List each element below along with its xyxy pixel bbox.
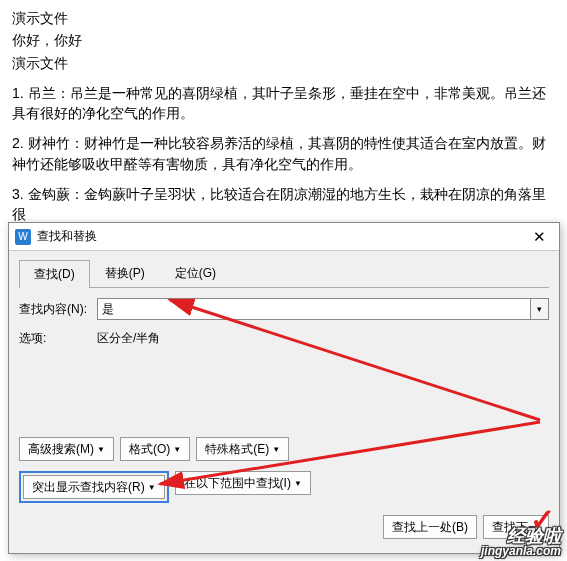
- chevron-down-icon: ▼: [148, 483, 156, 492]
- find-replace-dialog: W 查找和替换 ✕ 查找(D) 替换(P) 定位(G) 查找内容(N): ▾ 选…: [8, 222, 560, 554]
- button-label: 在以下范围中查找(I): [184, 475, 291, 492]
- watermark-text: 经验啦: [481, 527, 561, 545]
- paragraph: 3. 金钩蕨：金钩蕨叶子呈羽状，比较适合在阴凉潮湿的地方生长，栽种在阴凉的角落里…: [12, 184, 555, 225]
- search-dropdown-button[interactable]: ▾: [531, 298, 549, 320]
- line: 演示文件: [12, 53, 555, 73]
- search-in-button[interactable]: 在以下范围中查找(I) ▼: [175, 471, 311, 495]
- chevron-down-icon: ▾: [537, 304, 542, 314]
- tab-replace[interactable]: 替换(P): [90, 259, 160, 287]
- dialog-title: 查找和替换: [37, 228, 519, 245]
- app-icon: W: [15, 229, 31, 245]
- search-input[interactable]: [97, 298, 531, 320]
- search-label: 查找内容(N):: [19, 301, 97, 318]
- button-label: 突出显示查找内容(R): [32, 479, 145, 496]
- options-value: 区分全/半角: [97, 330, 160, 347]
- dialog-titlebar[interactable]: W 查找和替换 ✕: [9, 223, 559, 251]
- tab-find[interactable]: 查找(D): [19, 260, 90, 288]
- close-icon: ✕: [533, 228, 546, 246]
- button-label: 特殊格式(E): [205, 441, 269, 458]
- watermark-url: jingyanla.com: [481, 545, 561, 557]
- tab-goto[interactable]: 定位(G): [160, 259, 231, 287]
- options-label: 选项:: [19, 330, 97, 347]
- button-label: 高级搜索(M): [28, 441, 94, 458]
- tab-bar: 查找(D) 替换(P) 定位(G): [19, 259, 549, 288]
- format-button[interactable]: 格式(O) ▼: [120, 437, 190, 461]
- special-format-button[interactable]: 特殊格式(E) ▼: [196, 437, 289, 461]
- chevron-down-icon: ▼: [173, 445, 181, 454]
- paragraph: 2. 财神竹：财神竹是一种比较容易养活的绿植，其喜阴的特性使其适合在室内放置。财…: [12, 133, 555, 174]
- document-text: 演示文件 你好，你好 演示文件 1. 吊兰：吊兰是一种常见的喜阴绿植，其叶子呈条…: [0, 0, 567, 235]
- close-button[interactable]: ✕: [519, 223, 559, 251]
- line: 演示文件: [12, 8, 555, 28]
- advanced-search-button[interactable]: 高级搜索(M) ▼: [19, 437, 114, 461]
- button-label: 格式(O): [129, 441, 170, 458]
- line: 你好，你好: [12, 30, 555, 50]
- find-prev-button[interactable]: 查找上一处(B): [383, 515, 477, 539]
- chevron-down-icon: ▼: [97, 445, 105, 454]
- highlight-focus-box: 突出显示查找内容(R) ▼: [19, 471, 169, 503]
- paragraph: 1. 吊兰：吊兰是一种常见的喜阴绿植，其叶子呈条形，垂挂在空中，非常美观。吊兰还…: [12, 83, 555, 124]
- highlight-button[interactable]: 突出显示查找内容(R) ▼: [23, 475, 165, 499]
- chevron-down-icon: ▼: [294, 479, 302, 488]
- chevron-down-icon: ▼: [272, 445, 280, 454]
- watermark: 经验啦 jingyanla.com: [481, 527, 561, 557]
